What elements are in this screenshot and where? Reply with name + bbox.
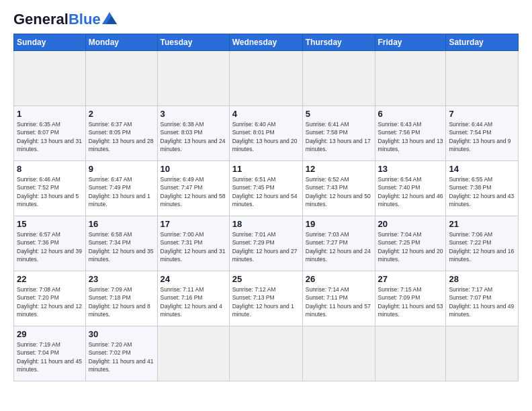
daylight-label: Daylight: 13 hours and 20 minutes. <box>232 138 298 152</box>
sunset-text: Sunset: 7:20 PM <box>17 294 59 301</box>
calendar-cell: 11Sunrise: 6:51 AMSunset: 7:45 PMDayligh… <box>229 161 302 216</box>
day-number: 11 <box>232 164 300 174</box>
col-sunday: Sunday <box>14 34 86 51</box>
day-info: Sunrise: 6:37 AMSunset: 8:05 PMDaylight:… <box>89 120 154 153</box>
day-number: 17 <box>161 219 226 229</box>
day-number: 27 <box>378 274 443 284</box>
calendar-cell: 8Sunrise: 6:46 AMSunset: 7:52 PMDaylight… <box>14 161 86 216</box>
daylight-label: Daylight: 13 hours and 5 minutes. <box>17 193 79 208</box>
sunset-text: Sunset: 7:16 PM <box>161 294 203 301</box>
calendar-cell: 25Sunrise: 7:12 AMSunset: 7:13 PMDayligh… <box>229 271 302 326</box>
sunrise-text: Sunrise: 7:04 AM <box>378 231 422 238</box>
calendar-cell: 21Sunrise: 7:06 AMSunset: 7:22 PMDayligh… <box>446 216 519 271</box>
sunrise-text: Sunrise: 6:38 AM <box>161 121 204 128</box>
calendar-cell: 28Sunrise: 7:17 AMSunset: 7:07 PMDayligh… <box>446 271 519 326</box>
day-info: Sunrise: 7:03 AMSunset: 7:27 PMDaylight:… <box>306 230 372 263</box>
calendar-cell <box>229 51 302 106</box>
daylight-label: Daylight: 12 hours and 43 minutes. <box>449 193 514 208</box>
daylight-label: Daylight: 11 hours and 41 minutes. <box>89 358 154 373</box>
sunrise-text: Sunrise: 7:17 AM <box>449 286 492 293</box>
sunrise-text: Sunrise: 7:11 AM <box>161 286 204 293</box>
page: GeneralBlue Sunday Monday Tuesday Wednes… <box>0 0 532 411</box>
day-number: 25 <box>232 274 300 284</box>
sunrise-text: Sunrise: 7:08 AM <box>17 286 60 293</box>
day-info: Sunrise: 6:57 AMSunset: 7:36 PMDaylight:… <box>17 230 83 263</box>
sunrise-text: Sunrise: 7:03 AM <box>306 231 349 238</box>
logo-general: General <box>13 11 69 28</box>
sunset-text: Sunset: 7:58 PM <box>306 129 348 136</box>
calendar-cell: 29Sunrise: 7:19 AMSunset: 7:04 PMDayligh… <box>14 326 86 381</box>
sunrise-text: Sunrise: 7:20 AM <box>89 341 132 348</box>
sunset-text: Sunset: 7:29 PM <box>232 239 275 246</box>
day-number: 10 <box>161 164 226 174</box>
sunset-text: Sunset: 7:34 PM <box>89 239 131 246</box>
col-friday: Friday <box>375 34 446 51</box>
week-row: 22Sunrise: 7:08 AMSunset: 7:20 PMDayligh… <box>14 271 519 326</box>
sunrise-text: Sunrise: 6:55 AM <box>449 176 492 183</box>
day-number: 6 <box>378 109 443 119</box>
sunset-text: Sunset: 7:38 PM <box>449 184 491 191</box>
day-number: 26 <box>306 274 372 284</box>
daylight-label: Daylight: 13 hours and 28 minutes. <box>89 138 154 152</box>
daylight-label: Daylight: 12 hours and 4 minutes. <box>161 303 222 318</box>
day-number: 3 <box>161 109 226 119</box>
calendar-cell: 15Sunrise: 6:57 AMSunset: 7:36 PMDayligh… <box>14 216 86 271</box>
day-info: Sunrise: 7:06 AMSunset: 7:22 PMDaylight:… <box>449 230 515 263</box>
calendar-cell <box>229 326 302 381</box>
sunset-text: Sunset: 7:04 PM <box>17 349 59 356</box>
logo-blue: Blue <box>69 11 101 28</box>
day-number: 7 <box>449 109 515 119</box>
day-info: Sunrise: 6:49 AMSunset: 7:47 PMDaylight:… <box>161 175 226 208</box>
calendar-cell: 5Sunrise: 6:41 AMSunset: 7:58 PMDaylight… <box>302 106 375 161</box>
day-number: 29 <box>17 329 83 339</box>
daylight-label: Daylight: 12 hours and 24 minutes. <box>306 248 371 263</box>
sunrise-text: Sunrise: 7:14 AM <box>306 286 349 293</box>
week-row: 15Sunrise: 6:57 AMSunset: 7:36 PMDayligh… <box>14 216 519 271</box>
calendar-cell: 12Sunrise: 6:52 AMSunset: 7:43 PMDayligh… <box>302 161 375 216</box>
sunset-text: Sunset: 7:43 PM <box>306 184 348 191</box>
sunset-text: Sunset: 8:05 PM <box>89 129 131 136</box>
day-info: Sunrise: 7:12 AMSunset: 7:13 PMDaylight:… <box>232 285 300 318</box>
day-number: 1 <box>17 109 83 119</box>
day-info: Sunrise: 6:46 AMSunset: 7:52 PMDaylight:… <box>17 175 83 208</box>
daylight-label: Daylight: 13 hours and 17 minutes. <box>306 138 371 152</box>
sunrise-text: Sunrise: 7:15 AM <box>378 286 422 293</box>
daylight-label: Daylight: 11 hours and 53 minutes. <box>378 303 443 318</box>
day-info: Sunrise: 6:40 AMSunset: 8:01 PMDaylight:… <box>232 120 300 153</box>
sunrise-text: Sunrise: 6:40 AM <box>232 121 276 128</box>
sunrise-text: Sunrise: 7:00 AM <box>161 231 204 238</box>
day-number: 19 <box>306 219 372 229</box>
sunrise-text: Sunrise: 6:51 AM <box>232 176 276 183</box>
day-info: Sunrise: 7:04 AMSunset: 7:25 PMDaylight:… <box>378 230 443 263</box>
sunrise-text: Sunrise: 6:47 AM <box>89 176 132 183</box>
day-number: 21 <box>449 219 515 229</box>
calendar-cell: 30Sunrise: 7:20 AMSunset: 7:02 PMDayligh… <box>85 326 157 381</box>
calendar-header: Sunday Monday Tuesday Wednesday Thursday… <box>14 34 519 51</box>
calendar-cell: 24Sunrise: 7:11 AMSunset: 7:16 PMDayligh… <box>157 271 229 326</box>
day-info: Sunrise: 6:44 AMSunset: 7:54 PMDaylight:… <box>449 120 515 153</box>
calendar-cell: 4Sunrise: 6:40 AMSunset: 8:01 PMDaylight… <box>229 106 302 161</box>
day-info: Sunrise: 6:41 AMSunset: 7:58 PMDaylight:… <box>306 120 372 153</box>
sunset-text: Sunset: 7:56 PM <box>378 129 420 136</box>
sunset-text: Sunset: 7:27 PM <box>306 239 348 246</box>
calendar-cell: 22Sunrise: 7:08 AMSunset: 7:20 PMDayligh… <box>14 271 86 326</box>
calendar-cell <box>446 326 519 381</box>
header: GeneralBlue <box>13 12 519 27</box>
calendar-cell: 23Sunrise: 7:09 AMSunset: 7:18 PMDayligh… <box>85 271 157 326</box>
day-info: Sunrise: 7:20 AMSunset: 7:02 PMDaylight:… <box>89 340 154 373</box>
day-number: 8 <box>17 164 83 174</box>
sunset-text: Sunset: 8:01 PM <box>232 129 275 136</box>
day-info: Sunrise: 7:09 AMSunset: 7:18 PMDaylight:… <box>89 285 154 318</box>
header-row: Sunday Monday Tuesday Wednesday Thursday… <box>14 34 519 51</box>
calendar-cell: 9Sunrise: 6:47 AMSunset: 7:49 PMDaylight… <box>85 161 157 216</box>
calendar-cell: 26Sunrise: 7:14 AMSunset: 7:11 PMDayligh… <box>302 271 375 326</box>
day-number: 16 <box>89 219 154 229</box>
calendar-cell <box>375 51 446 106</box>
day-info: Sunrise: 6:52 AMSunset: 7:43 PMDaylight:… <box>306 175 372 208</box>
calendar-cell: 20Sunrise: 7:04 AMSunset: 7:25 PMDayligh… <box>375 216 446 271</box>
col-tuesday: Tuesday <box>157 34 229 51</box>
sunrise-text: Sunrise: 7:01 AM <box>232 231 276 238</box>
sunrise-text: Sunrise: 6:46 AM <box>17 176 60 183</box>
calendar-cell: 18Sunrise: 7:01 AMSunset: 7:29 PMDayligh… <box>229 216 302 271</box>
week-row: 8Sunrise: 6:46 AMSunset: 7:52 PMDaylight… <box>14 161 519 216</box>
